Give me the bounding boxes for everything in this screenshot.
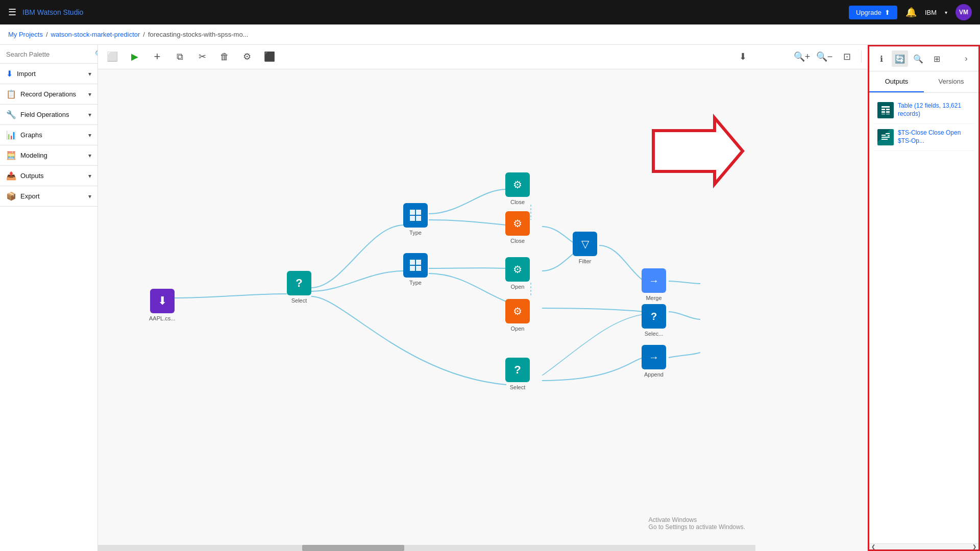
panel-scroll-right-icon[interactable]: ❯ bbox=[972, 544, 976, 549]
ibm-dropdown-label[interactable]: IBM bbox=[925, 9, 937, 16]
panel-scroll-left-icon[interactable]: ❮ bbox=[871, 544, 875, 549]
fit-view-button[interactable]: ⊡ bbox=[837, 46, 857, 67]
top-navigation: ☰ IBM Watson Studio Upgrade ⬆ 🔔 IBM ▾ VM bbox=[0, 0, 980, 24]
panel-info-icon-button[interactable]: ℹ bbox=[873, 51, 890, 67]
node-open2[interactable]: ⚙ Open bbox=[505, 299, 530, 332]
right-panel: ℹ 🔄 🔍 ⊞ › Outputs Versions bbox=[868, 45, 980, 551]
node-type1[interactable]: Type bbox=[403, 203, 428, 236]
record-ops-icon: 📋 bbox=[6, 89, 16, 99]
toolbar-export-button[interactable]: ⬛ bbox=[259, 46, 280, 67]
node-filter-label: Filter bbox=[579, 258, 591, 264]
zoom-in-button[interactable]: 🔍+ bbox=[792, 46, 812, 67]
node-type1-label: Type bbox=[409, 230, 422, 236]
svg-rect-4 bbox=[410, 260, 415, 265]
outputs-label: Outputs bbox=[20, 172, 44, 180]
nav-right: Upgrade ⬆ 🔔 IBM ▾ VM bbox=[849, 4, 972, 20]
breadcrumb-project[interactable]: watson-stock-market-predictor bbox=[51, 31, 140, 38]
sidebar-section-import: ⬇ Import ▾ bbox=[0, 64, 97, 84]
canvas[interactable]: ⬇ AAPL.cs... ? Select Type bbox=[98, 69, 868, 551]
toolbar-add-button[interactable]: + bbox=[147, 46, 167, 67]
sidebar-item-record-operations[interactable]: 📋 Record Operations ▾ bbox=[0, 84, 97, 104]
output-item-table[interactable]: Table (12 fields, 13,621 records) bbox=[873, 97, 974, 124]
panel-refresh-icon-button[interactable]: 🔄 bbox=[892, 51, 908, 67]
outputs-chevron-icon: ▾ bbox=[88, 172, 91, 180]
node-aapl-box: ⬇ bbox=[150, 289, 175, 313]
field-ops-icon: 🔧 bbox=[6, 110, 16, 119]
main-layout: 🔍 ⬇ Import ▾ 📋 Record Operations ▾ bbox=[0, 45, 980, 551]
table-output-icon bbox=[877, 102, 894, 118]
sidebar-item-export[interactable]: 📦 Export ▾ bbox=[0, 186, 97, 206]
node-open1[interactable]: ⚙ Open bbox=[505, 257, 530, 290]
svg-rect-1 bbox=[416, 210, 421, 215]
ibm-chevron-icon[interactable]: ▾ bbox=[945, 10, 947, 15]
node-type2-box bbox=[403, 253, 428, 278]
node-type2[interactable]: Type bbox=[403, 253, 428, 286]
toolbar-run-button[interactable]: ▶ bbox=[125, 46, 145, 67]
toolbar-row: ⬜ ▶ + ⧉ ✂ 🗑 ⚙ ⬛ 🔍+ 🔍− ⊡ ⬇ bbox=[98, 45, 868, 69]
upgrade-icon: ⬆ bbox=[885, 9, 890, 16]
node-select3[interactable]: ? Select bbox=[505, 358, 530, 390]
sidebar-item-field-operations[interactable]: 🔧 Field Operations ▾ bbox=[0, 105, 97, 124]
toolbar-delete-button[interactable]: 🗑 bbox=[214, 46, 235, 67]
breadcrumb-my-projects[interactable]: My Projects bbox=[8, 31, 43, 38]
sidebar-item-outputs[interactable]: 📤 Outputs ▾ bbox=[0, 166, 97, 186]
svg-rect-10 bbox=[881, 109, 885, 110]
toolbar-download-button[interactable]: ⬇ bbox=[732, 46, 753, 67]
panel-search-icon-button[interactable]: 🔍 bbox=[910, 51, 926, 67]
app-title: IBM Watson Studio bbox=[22, 8, 83, 16]
panel-more-icon-button[interactable]: › bbox=[958, 51, 974, 67]
sidebar-item-graphs[interactable]: 📊 Graphs ▾ bbox=[0, 125, 97, 145]
output-table-text: Table (12 fields, 13,621 records) bbox=[898, 102, 970, 118]
bottom-scrollbar[interactable] bbox=[98, 545, 755, 551]
node-selec2-label: Selec... bbox=[645, 331, 664, 337]
node-merge[interactable]: → Merge bbox=[642, 268, 666, 301]
sidebar-section-graphs: 📊 Graphs ▾ bbox=[0, 125, 97, 145]
search-input[interactable] bbox=[6, 51, 92, 58]
avatar[interactable]: VM bbox=[955, 4, 972, 20]
toolbar-settings-button[interactable]: ⚙ bbox=[237, 46, 257, 67]
sidebar-section-field-ops: 🔧 Field Operations ▾ bbox=[0, 105, 97, 125]
node-filter[interactable]: ▽ Filter bbox=[573, 232, 597, 264]
node-close2-label: Close bbox=[510, 238, 525, 244]
node-append-label: Append bbox=[644, 371, 664, 378]
tab-versions[interactable]: Versions bbox=[924, 71, 978, 92]
node-selec2[interactable]: ? Selec... bbox=[642, 304, 666, 337]
node-merge-box: → bbox=[642, 268, 666, 293]
record-ops-label: Record Operations bbox=[20, 90, 76, 98]
field-ops-label: Field Operations bbox=[20, 111, 69, 118]
upgrade-button[interactable]: Upgrade ⬆ bbox=[849, 6, 897, 19]
node-open2-box: ⚙ bbox=[505, 299, 530, 323]
field-ops-chevron-icon: ▾ bbox=[88, 111, 91, 118]
tab-outputs[interactable]: Outputs bbox=[869, 71, 924, 92]
node-selec2-box: ? bbox=[642, 304, 666, 329]
node-aapl-label: AAPL.cs... bbox=[149, 315, 175, 321]
node-close1[interactable]: ⚙ Close bbox=[505, 172, 530, 205]
node-select1[interactable]: ? Select bbox=[287, 271, 311, 304]
notification-bell-icon[interactable]: 🔔 bbox=[905, 7, 917, 18]
hamburger-menu-icon[interactable]: ☰ bbox=[8, 7, 16, 18]
node-append[interactable]: → Append bbox=[642, 345, 666, 378]
node-select1-box: ? bbox=[287, 271, 311, 295]
toolbar-separator bbox=[861, 51, 862, 63]
export-icon: 📦 bbox=[6, 191, 16, 201]
node-type2-label: Type bbox=[409, 280, 422, 286]
zoom-out-button[interactable]: 🔍− bbox=[814, 46, 835, 67]
toolbar-right: 🔍+ 🔍− ⊡ ⬇ bbox=[792, 46, 864, 67]
node-close2[interactable]: ⚙ Close bbox=[505, 211, 530, 244]
red-arrow-annotation bbox=[643, 110, 745, 194]
modeling-chevron-icon: ▾ bbox=[88, 152, 91, 159]
toolbar-copy-button[interactable]: ⧉ bbox=[169, 46, 190, 67]
upgrade-label: Upgrade bbox=[856, 9, 881, 16]
breadcrumb-sep-2: / bbox=[143, 31, 145, 38]
panel-grid-icon-button[interactable]: ⊞ bbox=[928, 51, 945, 67]
node-aapl[interactable]: ⬇ AAPL.cs... bbox=[149, 289, 175, 321]
output-item-ts[interactable]: $TS-Close Close Open $TS-Op... bbox=[873, 124, 974, 151]
activate-windows-line2: Go to Settings to activate Windows. bbox=[649, 523, 745, 531]
toolbar-cut-button[interactable]: ✂ bbox=[192, 46, 212, 67]
sidebar-item-import[interactable]: ⬇ Import ▾ bbox=[0, 64, 97, 84]
svg-rect-14 bbox=[881, 114, 885, 114]
search-palette-container: 🔍 bbox=[0, 45, 97, 64]
sidebar-item-modeling[interactable]: 🧮 Modeling ▾ bbox=[0, 145, 97, 165]
toolbar-select-button[interactable]: ⬜ bbox=[102, 46, 122, 67]
export-chevron-icon: ▾ bbox=[88, 193, 91, 200]
